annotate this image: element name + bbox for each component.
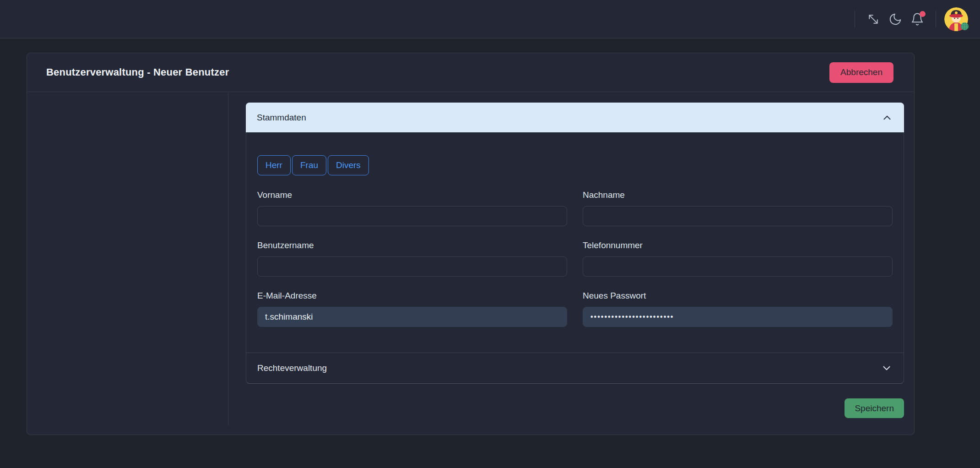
- password-label: Neues Passwort: [583, 291, 893, 301]
- card-header: Benutzerverwaltung - Neuer Benutzer Abbr…: [27, 53, 914, 92]
- vorname-label: Vorname: [257, 190, 567, 200]
- user-form-card: Benutzerverwaltung - Neuer Benutzer Abbr…: [27, 53, 915, 435]
- form-area: Stammdaten Herr Frau Divers Vorname: [228, 92, 914, 435]
- section-label-stammdaten: Stammdaten: [257, 113, 306, 123]
- save-button[interactable]: Speichern: [845, 398, 904, 418]
- email-label: E-Mail-Adresse: [257, 291, 567, 301]
- fullscreen-button[interactable]: [863, 9, 883, 29]
- dark-mode-toggle[interactable]: [885, 9, 905, 29]
- section-body-stammdaten: Herr Frau Divers Vorname Nachname: [246, 132, 904, 353]
- user-avatar[interactable]: [944, 7, 968, 31]
- topbar: [0, 0, 980, 38]
- chevron-up-icon: [881, 112, 893, 124]
- notification-badge-dot: [920, 11, 926, 17]
- notifications-button[interactable]: [907, 9, 927, 29]
- section-header-rechteverwaltung[interactable]: Rechteverwaltung: [246, 353, 904, 384]
- avatar-status-badge: [961, 22, 969, 30]
- field-vorname: Vorname: [257, 190, 567, 226]
- cancel-button[interactable]: Abbrechen: [829, 62, 893, 83]
- field-benutzername: Benutzername: [257, 240, 567, 277]
- page-title: Benutzerverwaltung - Neuer Benutzer: [46, 66, 229, 78]
- email-input[interactable]: [257, 307, 567, 327]
- accordion: Stammdaten Herr Frau Divers Vorname: [246, 103, 904, 384]
- salutation-divers-button[interactable]: Divers: [328, 155, 369, 175]
- telefonnummer-input[interactable]: [583, 256, 893, 277]
- benutzername-label: Benutzername: [257, 240, 567, 250]
- benutzername-input[interactable]: [257, 256, 567, 277]
- field-telefonnummer: Telefonnummer: [583, 240, 893, 277]
- card-body: Stammdaten Herr Frau Divers Vorname: [27, 92, 914, 435]
- section-header-stammdaten[interactable]: Stammdaten: [246, 103, 904, 132]
- salutation-herr-button[interactable]: Herr: [257, 155, 291, 175]
- field-email: E-Mail-Adresse: [257, 291, 567, 327]
- left-panel: [27, 92, 228, 425]
- chevron-down-icon: [881, 362, 893, 374]
- nachname-label: Nachname: [583, 190, 893, 200]
- field-password: Neues Passwort: [583, 291, 893, 327]
- topbar-divider: [855, 11, 855, 28]
- vorname-input[interactable]: [257, 206, 567, 226]
- expand-icon: [866, 12, 880, 26]
- moon-icon: [888, 12, 902, 26]
- nachname-input[interactable]: [583, 206, 893, 226]
- telefonnummer-label: Telefonnummer: [583, 240, 893, 250]
- password-input[interactable]: [583, 307, 893, 327]
- field-nachname: Nachname: [583, 190, 893, 226]
- salutation-frau-button[interactable]: Frau: [292, 155, 326, 175]
- section-label-rechteverwaltung: Rechteverwaltung: [257, 363, 327, 373]
- fields-grid: Vorname Nachname Benutzername Telef: [257, 190, 893, 327]
- topbar-divider: [936, 11, 936, 28]
- salutation-group: Herr Frau Divers: [257, 155, 893, 175]
- save-row: Speichern: [246, 398, 904, 418]
